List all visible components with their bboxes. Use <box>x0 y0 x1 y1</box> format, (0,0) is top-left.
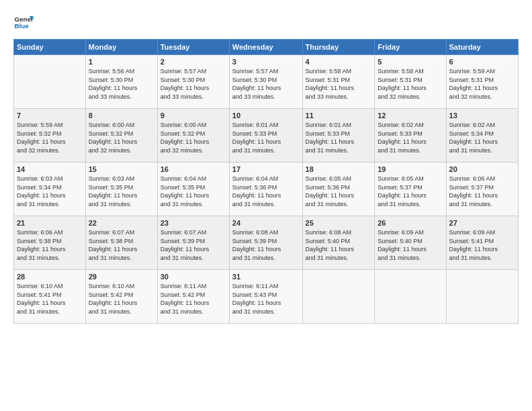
day-number: 5 <box>378 58 443 66</box>
day-info: Sunrise: 5:57 AM Sunset: 5:30 PM Dayligh… <box>232 67 300 101</box>
day-number: 20 <box>449 165 515 173</box>
svg-text:Blue: Blue <box>15 22 30 30</box>
day-info: Sunrise: 6:08 AM Sunset: 5:39 PM Dayligh… <box>232 228 300 262</box>
day-info: Sunrise: 6:00 AM Sunset: 5:32 PM Dayligh… <box>89 121 154 154</box>
logo-icon: General Blue <box>13 12 34 32</box>
day-info: Sunrise: 6:06 AM Sunset: 5:38 PM Dayligh… <box>17 228 83 262</box>
day-number: 21 <box>17 219 83 227</box>
day-info: Sunrise: 6:08 AM Sunset: 5:40 PM Dayligh… <box>306 228 372 262</box>
day-number: 14 <box>17 165 83 173</box>
calendar-cell <box>14 55 86 109</box>
calendar-cell: 21Sunrise: 6:06 AM Sunset: 5:38 PM Dayli… <box>14 216 86 270</box>
day-info: Sunrise: 5:56 AM Sunset: 5:30 PM Dayligh… <box>89 67 154 101</box>
day-number: 23 <box>161 219 226 227</box>
day-info: Sunrise: 6:04 AM Sunset: 5:36 PM Dayligh… <box>232 175 300 208</box>
day-info: Sunrise: 6:02 AM Sunset: 5:33 PM Dayligh… <box>378 121 443 154</box>
calendar-cell: 20Sunrise: 6:06 AM Sunset: 5:37 PM Dayli… <box>446 163 518 216</box>
calendar-cell: 7Sunrise: 5:59 AM Sunset: 5:32 PM Daylig… <box>14 109 86 163</box>
calendar-cell: 13Sunrise: 6:02 AM Sunset: 5:34 PM Dayli… <box>446 109 518 163</box>
day-info: Sunrise: 6:07 AM Sunset: 5:38 PM Dayligh… <box>89 228 154 262</box>
calendar-cell: 11Sunrise: 6:01 AM Sunset: 5:33 PM Dayli… <box>302 109 375 163</box>
day-info: Sunrise: 6:01 AM Sunset: 5:33 PM Dayligh… <box>306 121 372 154</box>
week-row-2: 7Sunrise: 5:59 AM Sunset: 5:32 PM Daylig… <box>14 109 519 163</box>
calendar-cell: 29Sunrise: 6:10 AM Sunset: 5:42 PM Dayli… <box>85 270 157 324</box>
calendar-cell: 31Sunrise: 6:11 AM Sunset: 5:43 PM Dayli… <box>229 270 302 324</box>
calendar-cell <box>446 270 518 324</box>
day-number: 4 <box>306 58 372 66</box>
day-header-friday: Friday <box>375 40 446 55</box>
day-header-wednesday: Wednesday <box>229 40 302 55</box>
day-info: Sunrise: 6:03 AM Sunset: 5:35 PM Dayligh… <box>89 175 154 208</box>
day-number: 28 <box>17 273 83 281</box>
day-header-sunday: Sunday <box>14 40 86 55</box>
header: General Blue <box>13 12 519 32</box>
calendar-cell: 14Sunrise: 6:03 AM Sunset: 5:34 PM Dayli… <box>14 163 86 216</box>
day-number: 24 <box>232 219 300 227</box>
calendar-cell: 9Sunrise: 6:00 AM Sunset: 5:32 PM Daylig… <box>157 109 229 163</box>
day-number: 1 <box>89 58 154 66</box>
day-number: 8 <box>89 111 154 120</box>
day-number: 11 <box>306 111 372 120</box>
calendar-cell: 22Sunrise: 6:07 AM Sunset: 5:38 PM Dayli… <box>85 216 157 270</box>
day-header-tuesday: Tuesday <box>157 40 229 55</box>
day-info: Sunrise: 5:58 AM Sunset: 5:31 PM Dayligh… <box>306 67 372 101</box>
day-info: Sunrise: 6:11 AM Sunset: 5:43 PM Dayligh… <box>232 282 300 316</box>
calendar-cell: 26Sunrise: 6:09 AM Sunset: 5:40 PM Dayli… <box>375 216 446 270</box>
day-number: 30 <box>161 273 226 281</box>
day-info: Sunrise: 5:57 AM Sunset: 5:30 PM Dayligh… <box>161 67 226 101</box>
calendar-cell: 4Sunrise: 5:58 AM Sunset: 5:31 PM Daylig… <box>302 55 375 109</box>
day-number: 25 <box>306 219 372 227</box>
day-info: Sunrise: 6:04 AM Sunset: 5:35 PM Dayligh… <box>161 175 226 208</box>
day-number: 3 <box>232 58 300 66</box>
day-number: 17 <box>232 165 300 173</box>
calendar-cell: 3Sunrise: 5:57 AM Sunset: 5:30 PM Daylig… <box>229 55 302 109</box>
day-number: 10 <box>232 111 300 120</box>
week-row-5: 28Sunrise: 6:10 AM Sunset: 5:41 PM Dayli… <box>14 270 519 324</box>
day-number: 31 <box>232 273 300 281</box>
calendar-cell: 18Sunrise: 6:05 AM Sunset: 5:36 PM Dayli… <box>302 163 375 216</box>
day-number: 13 <box>449 111 515 120</box>
calendar-cell: 17Sunrise: 6:04 AM Sunset: 5:36 PM Dayli… <box>229 163 302 216</box>
week-row-3: 14Sunrise: 6:03 AM Sunset: 5:34 PM Dayli… <box>14 163 519 216</box>
calendar-cell: 5Sunrise: 5:58 AM Sunset: 5:31 PM Daylig… <box>375 55 446 109</box>
day-info: Sunrise: 6:11 AM Sunset: 5:42 PM Dayligh… <box>161 282 226 316</box>
calendar-cell: 27Sunrise: 6:09 AM Sunset: 5:41 PM Dayli… <box>446 216 518 270</box>
week-row-1: 1Sunrise: 5:56 AM Sunset: 5:30 PM Daylig… <box>14 55 519 109</box>
calendar-cell: 25Sunrise: 6:08 AM Sunset: 5:40 PM Dayli… <box>302 216 375 270</box>
calendar-table: SundayMondayTuesdayWednesdayThursdayFrid… <box>13 39 519 324</box>
calendar-cell: 15Sunrise: 6:03 AM Sunset: 5:35 PM Dayli… <box>85 163 157 216</box>
day-number: 29 <box>89 273 154 281</box>
day-number: 15 <box>89 165 154 173</box>
day-info: Sunrise: 6:09 AM Sunset: 5:41 PM Dayligh… <box>449 228 515 262</box>
calendar-cell: 28Sunrise: 6:10 AM Sunset: 5:41 PM Dayli… <box>14 270 86 324</box>
days-header-row: SundayMondayTuesdayWednesdayThursdayFrid… <box>14 40 519 55</box>
day-info: Sunrise: 5:59 AM Sunset: 5:32 PM Dayligh… <box>17 121 83 154</box>
day-info: Sunrise: 6:00 AM Sunset: 5:32 PM Dayligh… <box>161 121 226 154</box>
day-number: 27 <box>449 219 515 227</box>
day-number: 2 <box>161 58 226 66</box>
day-info: Sunrise: 5:58 AM Sunset: 5:31 PM Dayligh… <box>378 67 443 101</box>
calendar-cell: 12Sunrise: 6:02 AM Sunset: 5:33 PM Dayli… <box>375 109 446 163</box>
day-number: 22 <box>89 219 154 227</box>
day-number: 26 <box>378 219 443 227</box>
calendar-cell: 2Sunrise: 5:57 AM Sunset: 5:30 PM Daylig… <box>157 55 229 109</box>
day-info: Sunrise: 6:09 AM Sunset: 5:40 PM Dayligh… <box>378 228 443 262</box>
day-info: Sunrise: 6:05 AM Sunset: 5:37 PM Dayligh… <box>378 175 443 208</box>
calendar-cell: 23Sunrise: 6:07 AM Sunset: 5:39 PM Dayli… <box>157 216 229 270</box>
day-info: Sunrise: 6:10 AM Sunset: 5:42 PM Dayligh… <box>89 282 154 316</box>
day-info: Sunrise: 6:07 AM Sunset: 5:39 PM Dayligh… <box>161 228 226 262</box>
calendar-cell: 10Sunrise: 6:01 AM Sunset: 5:33 PM Dayli… <box>229 109 302 163</box>
calendar-cell: 16Sunrise: 6:04 AM Sunset: 5:35 PM Dayli… <box>157 163 229 216</box>
calendar-cell <box>302 270 375 324</box>
day-info: Sunrise: 6:06 AM Sunset: 5:37 PM Dayligh… <box>449 175 515 208</box>
week-row-4: 21Sunrise: 6:06 AM Sunset: 5:38 PM Dayli… <box>14 216 519 270</box>
calendar-cell: 6Sunrise: 5:59 AM Sunset: 5:31 PM Daylig… <box>446 55 518 109</box>
page: General Blue SundayMondayTuesdayWednesda… <box>0 0 532 411</box>
day-info: Sunrise: 6:02 AM Sunset: 5:34 PM Dayligh… <box>449 121 515 154</box>
day-number: 19 <box>378 165 443 173</box>
day-number: 12 <box>378 111 443 120</box>
day-number: 6 <box>449 58 515 66</box>
day-number: 9 <box>161 111 226 120</box>
calendar-cell: 19Sunrise: 6:05 AM Sunset: 5:37 PM Dayli… <box>375 163 446 216</box>
day-header-thursday: Thursday <box>302 40 375 55</box>
